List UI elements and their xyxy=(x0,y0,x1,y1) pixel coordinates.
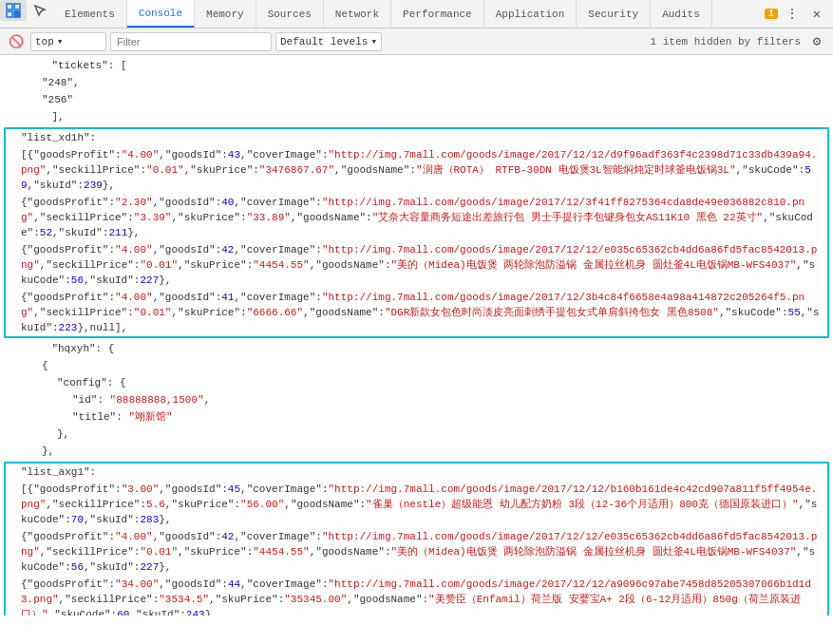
more-options-icon[interactable]: ⋮ xyxy=(782,4,803,25)
highlighted-section-2: "list_axg1": [{"goodsProfit":"3.00","goo… xyxy=(4,462,829,616)
console-line: "config": { xyxy=(0,374,833,391)
tab-console[interactable]: Console xyxy=(127,0,195,28)
console-line: {"goodsProfit":"4.00","goodsId":42,"cove… xyxy=(6,241,827,289)
console-line: "248", xyxy=(0,74,833,91)
level-selector[interactable]: Default levels ▾ xyxy=(275,32,382,51)
tab-bar: Elements Console Memory Sources Network … xyxy=(0,0,833,28)
settings-icon[interactable]: ⚙ xyxy=(806,31,827,52)
tab-elements[interactable]: Elements xyxy=(53,0,127,28)
hidden-items-text: 1 item hidden by filters xyxy=(651,36,801,47)
highlighted-section-1: "list_xd1h": [{"goodsProfit":"4.00","goo… xyxy=(4,127,829,338)
console-line: {"goodsProfit":"34.00","goodsId":44,"cov… xyxy=(6,576,827,616)
filter-input[interactable] xyxy=(110,32,272,51)
tab-audits[interactable]: Audits xyxy=(651,0,712,28)
console-line: {"goodsProfit":"2.30","goodsId":40,"cove… xyxy=(6,194,827,241)
console-line: [{"goodsProfit":"4.00","goodsId":43,"cov… xyxy=(6,146,827,194)
console-line: }, xyxy=(0,443,833,460)
tab-performance[interactable]: Performance xyxy=(391,0,484,28)
tab-sources[interactable]: Sources xyxy=(256,0,324,28)
tab-security[interactable]: Security xyxy=(577,0,651,28)
warning-badge: 1 xyxy=(765,9,778,19)
console-line: "hqxyh": { xyxy=(0,340,833,357)
svg-rect-2 xyxy=(7,11,12,17)
svg-rect-1 xyxy=(14,4,20,9)
console-line: "list_axg1": xyxy=(6,464,827,481)
tab-memory[interactable]: Memory xyxy=(195,0,256,28)
inspect-icon[interactable] xyxy=(27,0,53,21)
console-line: "tickets": [ xyxy=(0,57,833,74)
console-line: "id": "88888888,1500", xyxy=(0,391,833,408)
console-line: "256" xyxy=(0,91,833,108)
svg-rect-0 xyxy=(7,4,12,9)
console-line: }, xyxy=(0,426,833,443)
filter-bar: 🚫 top ▾ Default levels ▾ 1 item hidden b… xyxy=(0,28,833,55)
console-line: "list_xd1h": xyxy=(6,129,827,146)
console-line: {"goodsProfit":"4.00","goodsId":41,"cove… xyxy=(6,289,827,336)
tab-network[interactable]: Network xyxy=(324,0,391,28)
console-line: [{"goodsProfit":"3.00","goodsId":45,"cov… xyxy=(6,481,827,528)
close-icon[interactable]: ✕ xyxy=(806,4,827,25)
tab-application[interactable]: Application xyxy=(484,0,577,28)
svg-rect-3 xyxy=(14,11,20,17)
console-line: { xyxy=(0,357,833,374)
console-line: {"goodsProfit":"4.00","goodsId":42,"cove… xyxy=(6,528,827,576)
console-line: ], xyxy=(0,108,833,125)
clear-console-icon[interactable]: 🚫 xyxy=(6,31,27,52)
context-selector[interactable]: top ▾ xyxy=(30,32,106,51)
console-output[interactable]: "tickets": [ "248", "256" ], "list_xd1h"… xyxy=(0,55,833,616)
devtools-logo[interactable] xyxy=(0,0,27,21)
console-line: "title": "翊新馆" xyxy=(0,408,833,426)
